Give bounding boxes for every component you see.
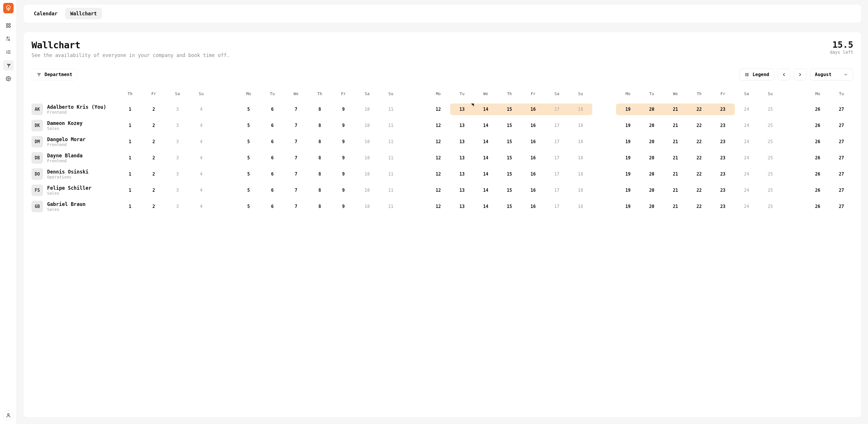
day-cell[interactable]: 6	[260, 104, 284, 115]
day-cell[interactable]: 11	[379, 168, 403, 180]
day-cell[interactable]: 5	[237, 136, 260, 147]
day-cell[interactable]: 9	[332, 168, 355, 180]
day-cell[interactable]: 13	[450, 136, 474, 147]
day-cell[interactable]: 3	[165, 168, 189, 180]
day-cell[interactable]: 21	[663, 152, 687, 164]
day-cell[interactable]: 13	[450, 104, 474, 115]
day-cell[interactable]: 8	[308, 120, 332, 131]
day-cell[interactable]: 3	[165, 201, 189, 212]
day-cell[interactable]: 15	[498, 201, 521, 212]
day-cell[interactable]: 18	[569, 136, 592, 147]
day-cell[interactable]: 1	[118, 185, 142, 196]
tab-calendar[interactable]: Calendar	[29, 8, 63, 19]
day-cell[interactable]: 12	[427, 104, 450, 115]
day-cell[interactable]: 2	[142, 168, 165, 180]
day-cell[interactable]: 26	[806, 120, 830, 131]
day-cell[interactable]: 5	[237, 120, 260, 131]
day-cell[interactable]: 26	[806, 152, 830, 164]
day-cell[interactable]: 22	[687, 120, 711, 131]
day-cell[interactable]: 10	[355, 136, 379, 147]
day-cell[interactable]: 15	[498, 168, 521, 180]
day-cell[interactable]: 11	[379, 185, 403, 196]
day-cell[interactable]: 10	[355, 104, 379, 115]
day-cell[interactable]: 24	[735, 168, 758, 180]
next-month-button[interactable]	[794, 68, 806, 80]
day-cell[interactable]: 15	[498, 152, 521, 164]
day-cell[interactable]: 6	[260, 201, 284, 212]
day-cell[interactable]: 18	[569, 201, 592, 212]
day-cell[interactable]: 14	[474, 201, 498, 212]
day-cell[interactable]: 2	[142, 120, 165, 131]
day-cell[interactable]: 11	[379, 104, 403, 115]
app-logo[interactable]	[3, 3, 13, 13]
day-cell[interactable]: 25	[758, 185, 782, 196]
day-cell[interactable]: 14	[474, 168, 498, 180]
person-cell[interactable]: DM Dangelo Morar Frontend	[31, 134, 118, 149]
day-cell[interactable]: 15	[498, 104, 521, 115]
day-cell[interactable]: 26	[806, 104, 830, 115]
day-cell[interactable]: 16	[521, 120, 545, 131]
day-cell[interactable]: 21	[663, 136, 687, 147]
day-cell[interactable]: 9	[332, 120, 355, 131]
day-cell[interactable]: 7	[284, 104, 308, 115]
nav-dashboard[interactable]	[3, 20, 13, 31]
day-cell[interactable]: 19	[616, 136, 640, 147]
day-cell[interactable]: 22	[687, 201, 711, 212]
day-cell[interactable]: 6	[260, 168, 284, 180]
day-cell[interactable]: 12	[427, 152, 450, 164]
day-cell[interactable]: 15	[498, 120, 521, 131]
day-cell[interactable]: 19	[616, 168, 640, 180]
day-cell[interactable]: 27	[830, 136, 853, 147]
day-cell[interactable]: 12	[427, 201, 450, 212]
day-cell[interactable]: 19	[616, 201, 640, 212]
day-cell[interactable]: 24	[735, 201, 758, 212]
day-cell[interactable]: 7	[284, 152, 308, 164]
day-cell[interactable]: 23	[711, 152, 735, 164]
day-cell[interactable]: 1	[118, 104, 142, 115]
day-cell[interactable]: 12	[427, 120, 450, 131]
day-cell[interactable]: 22	[687, 104, 711, 115]
day-cell[interactable]: 16	[521, 185, 545, 196]
nav-tasks[interactable]	[3, 47, 13, 57]
day-cell[interactable]: 13	[450, 168, 474, 180]
day-cell[interactable]: 6	[260, 152, 284, 164]
day-cell[interactable]: 22	[687, 136, 711, 147]
day-cell[interactable]: 22	[687, 152, 711, 164]
day-cell[interactable]: 21	[663, 201, 687, 212]
day-cell[interactable]: 24	[735, 152, 758, 164]
day-cell[interactable]: 14	[474, 104, 498, 115]
day-cell[interactable]: 26	[806, 168, 830, 180]
legend-button[interactable]: Legend	[739, 68, 774, 80]
day-cell[interactable]: 4	[189, 201, 213, 212]
day-cell[interactable]: 16	[521, 201, 545, 212]
day-cell[interactable]: 5	[237, 185, 260, 196]
day-cell[interactable]: 19	[616, 152, 640, 164]
person-cell[interactable]: GB Gabriel Braun Sales	[31, 199, 118, 214]
day-cell[interactable]: 24	[735, 104, 758, 115]
day-cell[interactable]: 11	[379, 136, 403, 147]
day-cell[interactable]: 9	[332, 185, 355, 196]
day-cell[interactable]: 3	[165, 136, 189, 147]
day-cell[interactable]: 10	[355, 152, 379, 164]
day-cell[interactable]: 5	[237, 152, 260, 164]
day-cell[interactable]: 26	[806, 201, 830, 212]
day-cell[interactable]: 12	[427, 136, 450, 147]
nav-timeoff[interactable]	[3, 60, 13, 70]
day-cell[interactable]: 13	[450, 152, 474, 164]
day-cell[interactable]: 8	[308, 136, 332, 147]
day-cell[interactable]: 18	[569, 168, 592, 180]
day-cell[interactable]: 21	[663, 168, 687, 180]
day-cell[interactable]: 23	[711, 168, 735, 180]
day-cell[interactable]: 20	[640, 104, 663, 115]
day-cell[interactable]: 10	[355, 120, 379, 131]
day-cell[interactable]: 7	[284, 136, 308, 147]
day-cell[interactable]: 5	[237, 104, 260, 115]
day-cell[interactable]: 14	[474, 120, 498, 131]
day-cell[interactable]: 27	[830, 201, 853, 212]
day-cell[interactable]: 12	[427, 168, 450, 180]
day-cell[interactable]: 26	[806, 185, 830, 196]
day-cell[interactable]: 14	[474, 152, 498, 164]
day-cell[interactable]: 5	[237, 201, 260, 212]
day-cell[interactable]: 16	[521, 136, 545, 147]
day-cell[interactable]: 12	[427, 185, 450, 196]
